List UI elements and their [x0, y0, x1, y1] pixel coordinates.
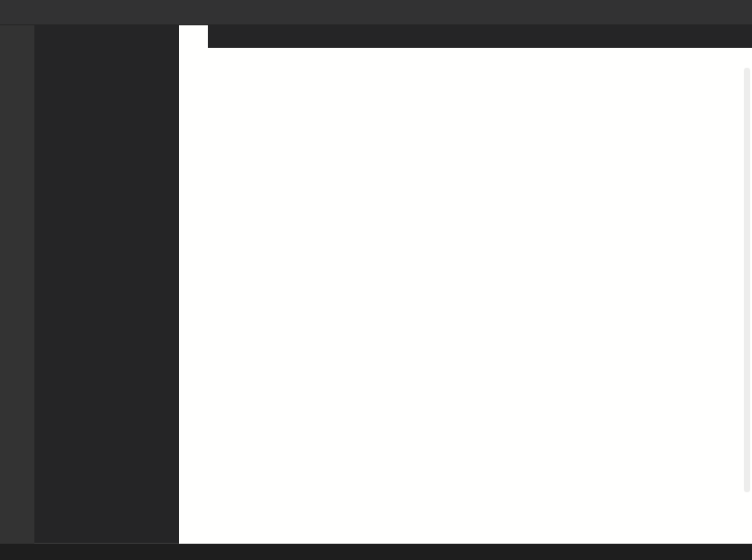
sidebar-header	[34, 25, 179, 49]
vscode-window	[0, 0, 752, 560]
status-right	[747, 544, 752, 560]
remote-indicator[interactable]	[0, 544, 14, 560]
status-bar	[0, 544, 752, 560]
workbench	[0, 25, 752, 544]
tab-helloworld[interactable]	[179, 25, 208, 48]
activity-bar	[0, 25, 34, 544]
breadcrumb	[179, 48, 752, 66]
editor-scrollbar[interactable]	[744, 68, 750, 492]
code-editor[interactable]	[179, 66, 752, 544]
app-logo	[0, 0, 24, 25]
editor-group	[179, 25, 752, 544]
editor-actions	[730, 25, 752, 48]
project-section-header[interactable]	[34, 49, 179, 69]
tab-bar	[179, 25, 752, 48]
title-bar	[0, 0, 752, 25]
explorer-sidebar	[34, 25, 179, 544]
